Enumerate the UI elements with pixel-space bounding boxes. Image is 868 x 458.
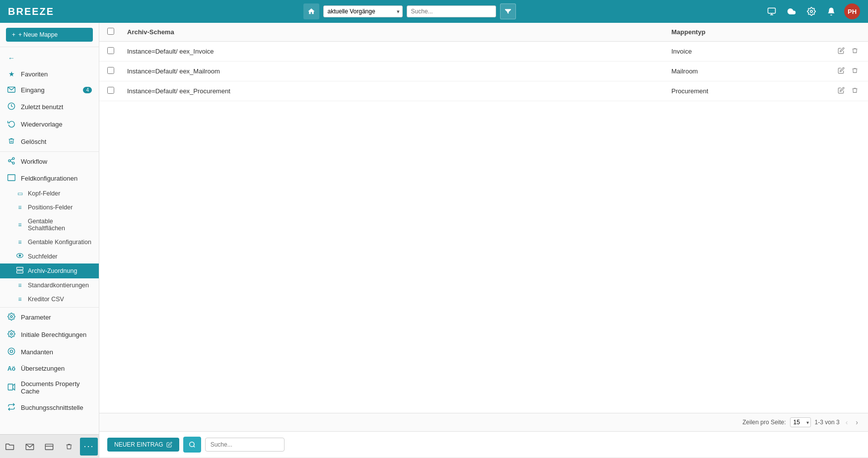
row-2-actions xyxy=(820,66,860,76)
row-1-delete-button[interactable] xyxy=(850,46,860,57)
row-3-schema: Instance=Default/ eex_Procurement xyxy=(127,87,671,95)
bell-icon-button[interactable] xyxy=(824,4,838,18)
sidebar-item-documents-property-cache[interactable]: Documents Property Cache xyxy=(0,376,99,399)
sidebar-item-initiale-berechtigungen[interactable]: Initiale Berechtigungen xyxy=(0,326,99,343)
sidebar-item-workflow[interactable]: Workflow xyxy=(0,153,99,170)
eingang-badge: 4 xyxy=(83,87,92,93)
row-1-edit-button[interactable] xyxy=(836,46,847,57)
table-row: Instance=Default/ eex_Invoice Invoice xyxy=(99,42,868,62)
bell-icon xyxy=(827,7,836,16)
kopf-felder-icon: ▭ xyxy=(16,190,24,197)
sidebar-sub-archiv-zuordnung[interactable]: Archiv-Zuordnung xyxy=(0,263,99,278)
topbar: BREEZE aktuelle Vorgänge Alle Vorgänge xyxy=(0,0,868,23)
sidebar: + + Neue Mappe ← ★ Favoriten Eingang 4 xyxy=(0,23,99,458)
row-1-checkbox[interactable] xyxy=(107,47,114,54)
filter-icon xyxy=(504,7,512,15)
topbar-search-input[interactable] xyxy=(407,5,496,17)
positions-felder-icon: ≡ xyxy=(16,204,24,211)
workflow-icon xyxy=(7,157,16,166)
sidebar-sub-positions-felder[interactable]: ≡ Positions-Felder xyxy=(0,200,99,214)
kreditor-csv-label: Kreditor CSV xyxy=(28,296,64,303)
delete-icon xyxy=(852,67,858,74)
bottom-card-button[interactable] xyxy=(40,438,58,456)
edit-icon xyxy=(838,47,845,54)
edit-icon xyxy=(838,67,845,74)
sidebar-item-geloescht[interactable]: Gelöscht xyxy=(0,133,99,150)
plus-icon: + xyxy=(12,31,15,38)
favoriten-label: Favoriten xyxy=(21,70,48,78)
select-all-checkbox[interactable] xyxy=(107,28,114,35)
back-icon: ← xyxy=(7,54,16,62)
sidebar-item-uebersetzungen[interactable]: Aö Übersetzungen xyxy=(0,361,99,376)
monitor-icon-button[interactable] xyxy=(765,4,779,18)
sidebar-item-zuletzt[interactable]: Zuletzt benutzt xyxy=(0,98,99,116)
mandanten-icon xyxy=(7,347,16,357)
sidebar-sub-gentable-schaltflaechen[interactable]: ≡ Gentable Schaltflächen xyxy=(0,214,99,235)
archiv-zuordnung-label: Archiv-Zuordnung xyxy=(28,267,77,274)
sidebar-item-eingang[interactable]: Eingang 4 xyxy=(0,82,99,98)
vorgaenge-dropdown[interactable]: aktuelle Vorgänge Alle Vorgänge xyxy=(323,5,403,17)
sidebar-sub-suchfelder[interactable]: Suchfelder xyxy=(0,249,99,263)
settings-icon-button[interactable] xyxy=(804,4,818,18)
sidebar-item-buchungsschnittstelle[interactable]: Buchungsschnittstelle xyxy=(0,399,99,416)
pagination-next-button[interactable]: › xyxy=(854,417,860,427)
main-layout: + + Neue Mappe ← ★ Favoriten Eingang 4 xyxy=(0,23,868,458)
row-2-delete-button[interactable] xyxy=(850,66,860,76)
cloud-icon-button[interactable] xyxy=(785,4,798,18)
row-1-actions xyxy=(820,46,860,57)
sidebar-sub-gentable-konfiguration[interactable]: ≡ Gentable Konfiguration xyxy=(0,235,99,249)
new-mappe-label: + Neue Mappe xyxy=(18,31,58,38)
new-mappe-button[interactable]: + + Neue Mappe xyxy=(6,28,93,42)
sidebar-item-feldkonfigurationen[interactable]: Feldkonfigurationen xyxy=(0,170,99,187)
table-header: Archiv-Schema Mappentyp xyxy=(99,23,868,42)
pagination-range: 1-3 von 3 xyxy=(815,419,840,426)
row-1-schema: Instance=Default/ eex_Invoice xyxy=(127,48,671,55)
sidebar-item-mandanten[interactable]: Mandanten xyxy=(0,343,99,361)
filter-button[interactable] xyxy=(500,3,516,19)
return-icon xyxy=(7,120,16,129)
star-icon: ★ xyxy=(7,70,16,78)
sidebar-bottom: ··· xyxy=(0,434,99,458)
cloud-icon xyxy=(787,7,796,16)
sidebar-sub-kreditor-csv[interactable]: ≡ Kreditor CSV xyxy=(0,292,99,306)
delete-icon xyxy=(852,47,858,54)
row-3-delete-button[interactable] xyxy=(850,86,860,96)
bottom-more-button[interactable]: ··· xyxy=(80,438,98,456)
home-button[interactable] xyxy=(303,3,319,19)
geloescht-label: Gelöscht xyxy=(21,138,46,145)
mail-icon xyxy=(7,86,16,94)
row-3-actions xyxy=(820,86,860,96)
rows-per-page-select[interactable]: 5 10 15 20 50 xyxy=(790,417,811,427)
more-dots-icon: ··· xyxy=(84,441,94,452)
eingang-label: Eingang xyxy=(21,86,45,94)
sidebar-top: + + Neue Mappe xyxy=(0,23,99,47)
sidebar-item-favoriten[interactable]: ★ Favoriten xyxy=(0,66,99,82)
user-avatar[interactable]: PH xyxy=(844,3,860,19)
sidebar-item-parameter[interactable]: Parameter xyxy=(0,309,99,326)
kreditor-csv-icon: ≡ xyxy=(16,296,24,303)
parameter-label: Parameter xyxy=(21,314,51,321)
feldkonfigurationen-label: Feldkonfigurationen xyxy=(21,175,77,182)
row-3-checkbox[interactable] xyxy=(107,87,114,94)
edit-pencil-icon xyxy=(166,442,172,448)
toolbar-search-button[interactable] xyxy=(183,437,201,453)
pagination-prev-button[interactable]: ‹ xyxy=(844,417,850,427)
nav-divider-2 xyxy=(0,307,99,308)
sidebar-item-wiedervorlage[interactable]: Wiedervorlage xyxy=(0,116,99,133)
svg-point-17 xyxy=(10,350,12,352)
bottom-mail-button[interactable] xyxy=(21,438,39,456)
bottom-folder-button[interactable] xyxy=(1,438,19,456)
row-2-edit-button[interactable] xyxy=(836,66,847,76)
bottom-trash-button[interactable] xyxy=(60,438,78,456)
sidebar-back-button[interactable]: ← xyxy=(0,50,99,66)
edit-icon xyxy=(838,87,845,94)
uebersetzungen-icon: Aö xyxy=(7,365,16,372)
svg-rect-13 xyxy=(17,271,23,273)
buchungs-icon xyxy=(7,403,16,412)
sidebar-sub-standardkontierungen[interactable]: ≡ Standardkontierungen xyxy=(0,278,99,292)
sidebar-sub-kopf-felder[interactable]: ▭ Kopf-Felder xyxy=(0,187,99,200)
toolbar-search-input[interactable] xyxy=(205,438,285,452)
row-3-edit-button[interactable] xyxy=(836,86,847,96)
row-2-checkbox[interactable] xyxy=(107,67,114,74)
new-entry-button[interactable]: NEUER EINTRAG xyxy=(107,438,179,452)
